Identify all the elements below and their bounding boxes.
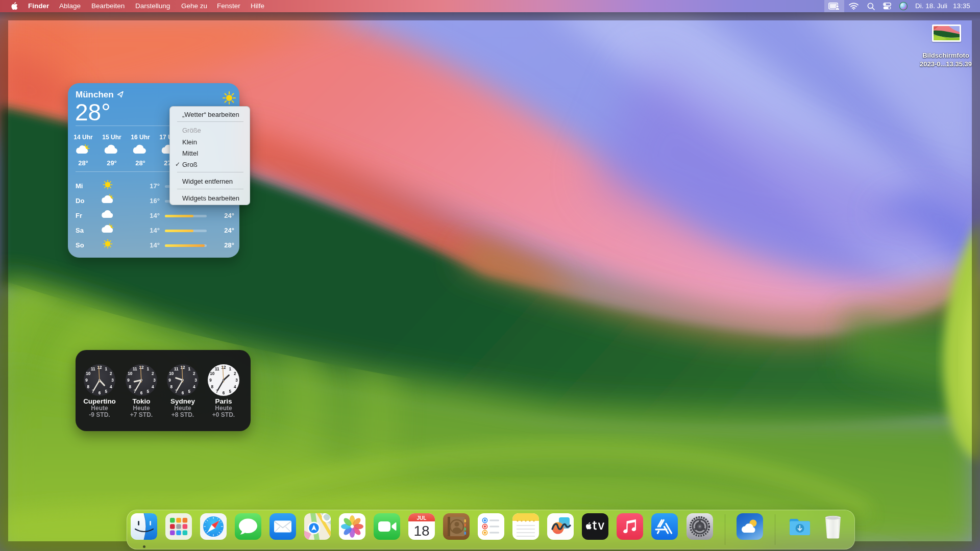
- svg-text:-9 STD.: -9 STD.: [89, 411, 110, 418]
- svg-text:+0 STD.: +0 STD.: [212, 411, 235, 418]
- svg-text:JUL: JUL: [417, 515, 427, 521]
- svg-text:+8 STD.: +8 STD.: [172, 411, 194, 418]
- svg-text:Paris: Paris: [215, 397, 232, 405]
- svg-text:Heute: Heute: [174, 405, 191, 412]
- svg-text:Heute: Heute: [215, 405, 232, 412]
- svg-text:Sydney: Sydney: [170, 397, 195, 405]
- svg-text:Tokio: Tokio: [133, 397, 151, 405]
- svg-text:Cupertino: Cupertino: [83, 397, 116, 405]
- svg-text:+7 STD.: +7 STD.: [130, 411, 153, 418]
- svg-text:18: 18: [413, 523, 429, 539]
- svg-text:Heute: Heute: [133, 405, 150, 412]
- svg-text:Heute: Heute: [91, 405, 108, 412]
